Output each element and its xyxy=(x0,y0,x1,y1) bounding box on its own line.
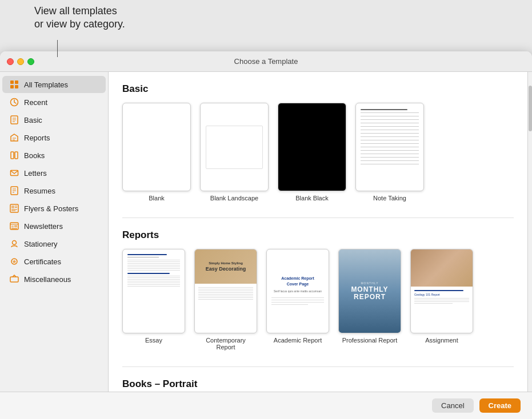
bottom-bar: Cancel Create xyxy=(0,392,532,419)
sidebar-label-letters: Letters xyxy=(24,169,47,178)
sidebar-label-basic: Basic xyxy=(24,116,42,124)
callout-pointer-line xyxy=(57,40,58,57)
books-icon xyxy=(9,150,19,160)
sidebar-item-miscellaneous[interactable]: Miscellaneous xyxy=(2,271,106,288)
reports-icon xyxy=(9,132,19,143)
reports-section-title: Reports xyxy=(122,229,514,241)
academic-thumb: Academic ReportCover Page Serif lacus qu… xyxy=(266,249,329,333)
newsletters-icon xyxy=(9,221,19,231)
blank-landscape-label: Blank Landscape xyxy=(210,195,258,202)
sidebar-item-books[interactable]: Books xyxy=(2,147,106,164)
svg-rect-19 xyxy=(10,204,18,212)
svg-rect-34 xyxy=(10,277,18,282)
sidebar-label-certificates: Certificates xyxy=(24,257,61,266)
svg-rect-27 xyxy=(11,225,14,228)
template-blank-black[interactable]: Blank Black xyxy=(278,103,346,202)
svg-point-31 xyxy=(13,241,17,245)
contemporary-thumb: Simply Home StylingEasy Decorating xyxy=(194,249,257,333)
stationery-icon xyxy=(9,239,19,249)
template-assignment[interactable]: Geology 101 Report Assignment xyxy=(410,249,473,350)
callout-text: View all templates or view by category. xyxy=(34,5,125,31)
maximize-button[interactable] xyxy=(27,58,34,65)
svg-rect-20 xyxy=(11,206,14,208)
svg-rect-1 xyxy=(15,80,18,84)
blank-label: Blank xyxy=(149,195,165,202)
letters-icon xyxy=(9,168,19,178)
professional-label: Professional Report xyxy=(342,337,398,344)
callout-line2: or view by category. xyxy=(34,18,125,30)
sidebar-label-reports: Reports xyxy=(24,134,50,142)
template-note-taking[interactable]: Note Taking xyxy=(355,103,424,202)
blank-landscape-thumb xyxy=(200,103,269,191)
svg-rect-0 xyxy=(10,80,14,84)
svg-rect-12 xyxy=(11,152,14,159)
callout-line1: View all templates xyxy=(34,5,117,17)
sidebar-label-flyers: Flyers & Posters xyxy=(24,204,78,213)
minimize-button[interactable] xyxy=(17,58,24,65)
sidebar: All Templates Recent xyxy=(0,72,109,392)
sidebar-item-newsletters[interactable]: Newsletters xyxy=(2,217,106,235)
books-section-title: Books – Portrait xyxy=(122,378,514,390)
sidebar-item-all-templates[interactable]: All Templates xyxy=(2,76,106,93)
sidebar-item-reports[interactable]: Reports xyxy=(2,129,106,146)
template-chooser-window: Choose a Template All Templates xyxy=(0,51,532,419)
traffic-lights xyxy=(7,58,34,65)
blank-black-label: Blank Black xyxy=(295,195,328,202)
scrollbar-thumb[interactable] xyxy=(529,86,532,131)
note-taking-thumb xyxy=(355,103,424,191)
basic-templates-grid: Blank Blank Landscape Blank Black xyxy=(122,103,514,202)
certificates-icon xyxy=(9,256,19,267)
svg-rect-2 xyxy=(10,85,14,88)
template-professional-report[interactable]: Monthly MONTHLYREPORT Professional Repor… xyxy=(338,249,401,350)
resumes-icon xyxy=(9,186,19,196)
sidebar-label-recent: Recent xyxy=(24,98,47,107)
basic-icon xyxy=(9,115,19,125)
sidebar-label-all-templates: All Templates xyxy=(24,80,68,89)
basic-section-title: Basic xyxy=(122,83,514,95)
template-academic-report[interactable]: Academic ReportCover Page Serif lacus qu… xyxy=(266,249,329,350)
template-contemporary-report[interactable]: Simply Home StylingEasy Decorating xyxy=(194,249,257,350)
reports-templates-grid: Essay Simply Home StylingEasy Decorating xyxy=(122,249,514,350)
assignment-thumb: Geology 101 Report xyxy=(410,249,473,333)
recent-icon xyxy=(9,97,19,107)
sidebar-label-stationery: Stationery xyxy=(24,240,58,248)
section-divider-2 xyxy=(122,366,514,367)
template-blank[interactable]: Blank xyxy=(122,103,191,202)
contemporary-label: ContemporaryReport xyxy=(206,337,246,350)
titlebar: Choose a Template xyxy=(0,51,532,72)
sidebar-label-resumes: Resumes xyxy=(24,187,55,195)
blank-black-thumb xyxy=(278,103,346,191)
template-area: Basic Blank Blank Landscape Bl xyxy=(109,72,527,392)
sidebar-item-certificates[interactable]: Certificates xyxy=(2,253,106,270)
scrollbar-track[interactable] xyxy=(527,72,532,392)
sidebar-item-stationery[interactable]: Stationery xyxy=(2,235,106,252)
window-title: Choose a Template xyxy=(234,57,298,66)
svg-rect-3 xyxy=(15,85,18,88)
cancel-button[interactable]: Cancel xyxy=(432,398,473,413)
flyers-icon xyxy=(9,203,19,213)
sidebar-item-basic[interactable]: Basic xyxy=(2,111,106,128)
close-button[interactable] xyxy=(7,58,14,65)
essay-label: Essay xyxy=(145,337,162,344)
sidebar-item-recent[interactable]: Recent xyxy=(2,94,106,111)
blank-thumb xyxy=(122,103,191,191)
create-button[interactable]: Create xyxy=(479,398,521,413)
sidebar-label-books: Books xyxy=(24,151,45,160)
assignment-label: Assignment xyxy=(425,337,458,344)
professional-thumb: Monthly MONTHLYREPORT xyxy=(338,249,401,333)
svg-marker-33 xyxy=(13,260,17,264)
sidebar-item-resumes[interactable]: Resumes xyxy=(2,182,106,199)
note-taking-label: Note Taking xyxy=(373,195,406,202)
svg-rect-13 xyxy=(15,152,18,159)
essay-thumb xyxy=(122,249,185,333)
academic-label: Academic Report xyxy=(274,337,322,344)
sidebar-label-newsletters: Newsletters xyxy=(24,222,63,231)
main-content: All Templates Recent xyxy=(0,72,532,392)
misc-icon xyxy=(9,274,19,284)
template-blank-landscape[interactable]: Blank Landscape xyxy=(200,103,269,202)
sidebar-label-misc: Miscellaneous xyxy=(24,275,71,284)
sidebar-item-letters[interactable]: Letters xyxy=(2,164,106,182)
template-essay[interactable]: Essay xyxy=(122,249,185,350)
all-templates-icon xyxy=(9,79,19,90)
sidebar-item-flyers-posters[interactable]: Flyers & Posters xyxy=(2,200,106,217)
